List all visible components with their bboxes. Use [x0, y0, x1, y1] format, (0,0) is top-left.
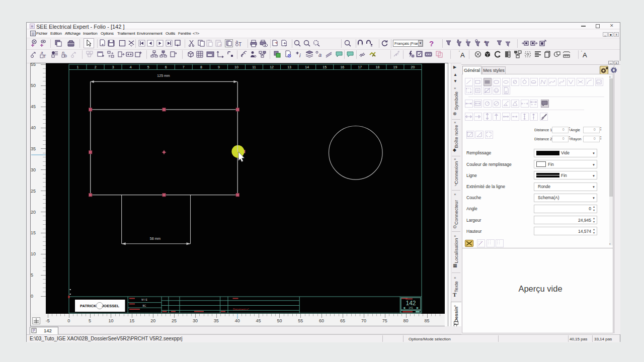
svg-text:5: 5 — [147, 65, 149, 69]
svg-text:141: 141 — [409, 306, 413, 309]
svg-text:14: 14 — [305, 65, 309, 69]
svg-text:A: A — [460, 51, 465, 58]
svg-text:4: 4 — [130, 65, 132, 69]
svg-text:10: 10 — [234, 65, 238, 69]
svg-text:13: 13 — [287, 65, 291, 69]
svg-text:▶: ▶ — [417, 306, 419, 309]
svg-text:◀: ◀ — [403, 306, 406, 309]
svg-text:b: b — [64, 53, 67, 58]
svg-text:A: A — [583, 51, 587, 58]
svg-text:15: 15 — [323, 65, 327, 69]
svg-text:9: 9 — [218, 65, 220, 69]
svg-text:’: ’ — [581, 50, 582, 54]
svg-text:20: 20 — [411, 65, 415, 69]
svg-text:125 mm: 125 mm — [157, 74, 170, 77]
svg-text:i: i — [299, 52, 301, 58]
svg-text:58 mm: 58 mm — [150, 237, 161, 240]
svg-text:T: T — [238, 42, 242, 47]
svg-text:16: 16 — [340, 65, 344, 69]
svg-text:T: T — [466, 39, 468, 43]
svg-text:T: T — [43, 54, 46, 58]
svg-text:8: 8 — [200, 65, 202, 69]
svg-text:3: 3 — [112, 65, 114, 69]
svg-text:’: ’ — [459, 50, 460, 54]
svg-text:a: a — [219, 43, 221, 46]
svg-text:PATRICK JOESSEL: PATRICK JOESSEL — [80, 304, 119, 308]
svg-text:Document n°: Document n° — [233, 308, 249, 311]
svg-text:BC: BC — [143, 304, 146, 307]
svg-text:?: ? — [429, 39, 434, 47]
svg-text:11: 11 — [252, 65, 256, 69]
svg-text:a: a — [484, 39, 487, 44]
svg-text:M I E: M I E — [141, 298, 147, 301]
svg-text:17: 17 — [358, 65, 362, 69]
svg-text:19: 19 — [393, 65, 397, 69]
svg-text:12: 12 — [270, 65, 274, 69]
svg-text:6: 6 — [165, 65, 167, 69]
svg-text:2: 2 — [95, 65, 97, 69]
svg-text:a: a — [318, 52, 321, 58]
svg-text:18: 18 — [376, 65, 380, 69]
svg-text:7: 7 — [183, 65, 185, 69]
svg-text:1: 1 — [77, 65, 79, 69]
